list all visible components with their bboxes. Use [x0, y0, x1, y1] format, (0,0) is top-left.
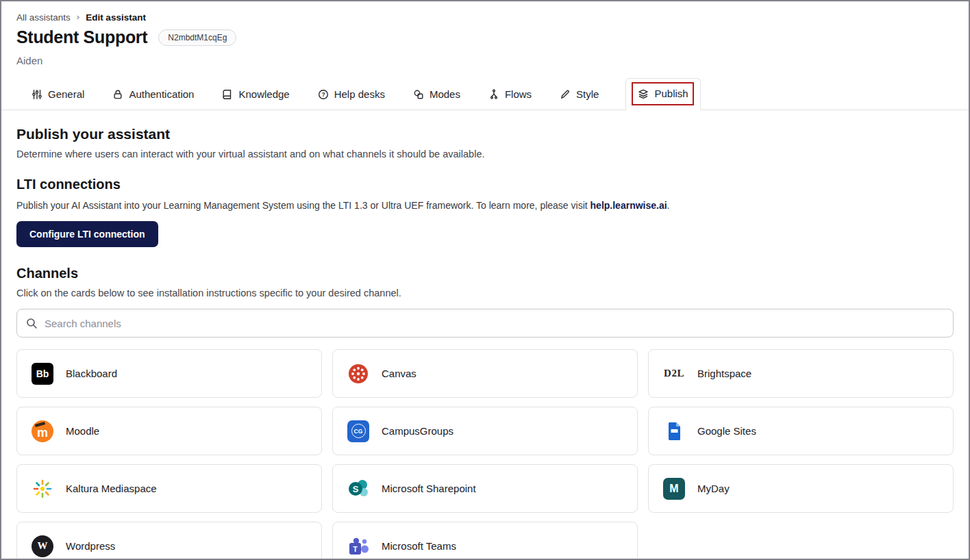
shapes-icon	[413, 89, 424, 100]
svg-text:T: T	[353, 545, 358, 553]
publish-description: Determine where users can interact with …	[16, 149, 954, 160]
assistant-subtitle: Aiden	[1, 47, 969, 66]
sliders-icon	[32, 89, 42, 100]
tab-bar: General Authentication Knowledge ? Help …	[1, 78, 969, 110]
channel-label: MyDay	[697, 483, 730, 494]
myday-icon: M	[662, 477, 686, 500]
configure-lti-button[interactable]: Configure LTI connection	[16, 221, 158, 247]
svg-text:?: ?	[321, 91, 325, 98]
tab-modes[interactable]: Modes	[412, 79, 462, 110]
channel-card-teams[interactable]: T Microsoft Teams	[332, 522, 638, 560]
channel-label: Moodle	[66, 425, 99, 437]
channel-label: Canvas	[382, 368, 416, 379]
google-sites-icon	[662, 420, 686, 443]
channel-card-brightspace[interactable]: D2L Brightspace	[648, 349, 954, 398]
channel-card-campusgroups[interactable]: CG CampusGroups	[332, 407, 638, 455]
search-input[interactable]	[45, 318, 944, 329]
kaltura-sun-icon	[31, 477, 54, 500]
pen-icon	[560, 89, 571, 100]
moodle-icon: m	[31, 420, 54, 443]
tab-publish[interactable]: Publish	[625, 78, 700, 110]
chevron-right-icon: ›	[77, 12, 79, 22]
blackboard-icon: Bb	[31, 362, 54, 385]
channel-card-canvas[interactable]: Canvas	[332, 349, 638, 398]
layers-icon	[638, 88, 649, 99]
channel-label: Google Sites	[697, 425, 756, 437]
channel-label: Blackboard	[66, 368, 117, 379]
lti-description: Publish your AI Assistant into your Lear…	[16, 200, 954, 211]
channels-description: Click on the cards below to see installa…	[16, 288, 954, 298]
campusgroups-icon: CG	[347, 420, 370, 443]
tab-label: Knowledge	[238, 88, 289, 100]
lti-heading: LTI connections	[16, 177, 954, 192]
channel-card-moodle[interactable]: m Moodle	[16, 407, 322, 455]
book-icon	[222, 89, 233, 100]
tab-knowledge[interactable]: Knowledge	[221, 79, 290, 110]
channel-card-myday[interactable]: M MyDay	[648, 464, 954, 513]
breadcrumb-all-assistants[interactable]: All assistants	[16, 12, 71, 23]
edit-assistant-page: All assistants › Edit assistant Student …	[0, 0, 970, 560]
lock-icon	[112, 89, 123, 100]
tab-label: Help desks	[334, 88, 385, 100]
breadcrumb-edit-assistant: Edit assistant	[86, 12, 146, 23]
channel-label: Brightspace	[697, 368, 751, 379]
svg-text:S: S	[353, 484, 359, 494]
assistant-id-badge: N2mbdtM1cqEg	[158, 29, 236, 46]
channel-card-sharepoint[interactable]: S Microsoft Sharepoint	[332, 464, 638, 513]
tab-help-desks[interactable]: ? Help desks	[316, 79, 386, 110]
sharepoint-icon: S	[347, 477, 370, 500]
lti-description-suffix: .	[667, 200, 670, 211]
tab-label: General	[48, 88, 84, 100]
tab-label: Style	[576, 88, 599, 100]
channel-label: CampusGroups	[382, 425, 453, 437]
channels-grid: Bb Blackboard Canvas D2L Brightspace m M…	[16, 349, 954, 560]
help-learnwise-link[interactable]: help.learnwise.ai	[590, 200, 667, 211]
tab-label: Flows	[505, 88, 532, 100]
channel-card-blackboard[interactable]: Bb Blackboard	[16, 349, 322, 398]
tab-label: Publish	[654, 88, 688, 99]
title-row: Student Support N2mbdtM1cqEg	[1, 23, 969, 47]
breadcrumb: All assistants › Edit assistant	[1, 1, 969, 23]
channel-card-google-sites[interactable]: Google Sites	[648, 407, 954, 455]
channel-search-box	[16, 309, 954, 338]
flow-branch-icon	[488, 89, 499, 100]
lti-description-text: Publish your AI Assistant into your Lear…	[16, 200, 590, 211]
microsoft-teams-icon: T	[347, 535, 370, 558]
tab-flows[interactable]: Flows	[487, 79, 533, 110]
channel-card-kaltura[interactable]: Kaltura Mediaspace	[16, 464, 322, 513]
tab-style[interactable]: Style	[558, 79, 600, 110]
tab-general[interactable]: General	[30, 79, 86, 110]
brightspace-d2l-icon: D2L	[662, 362, 686, 385]
tab-label: Authentication	[129, 88, 194, 100]
channel-label: Kaltura Mediaspace	[66, 483, 157, 494]
help-circle-icon: ?	[318, 89, 329, 100]
tab-authentication[interactable]: Authentication	[111, 79, 195, 110]
publish-tab-content: Publish your assistant Determine where u…	[1, 126, 969, 560]
page-title: Student Support	[16, 27, 147, 47]
channels-heading: Channels	[16, 266, 954, 281]
canvas-icon	[347, 362, 370, 385]
channel-label: Wordpress	[66, 540, 115, 552]
channel-label: Microsoft Teams	[382, 540, 456, 552]
channel-card-wordpress[interactable]: W Wordpress	[16, 522, 322, 560]
tab-label: Modes	[430, 88, 460, 100]
publish-heading: Publish your assistant	[16, 126, 954, 142]
channel-label: Microsoft Sharepoint	[382, 483, 476, 494]
search-icon	[26, 318, 38, 329]
wordpress-icon: W	[31, 535, 54, 558]
